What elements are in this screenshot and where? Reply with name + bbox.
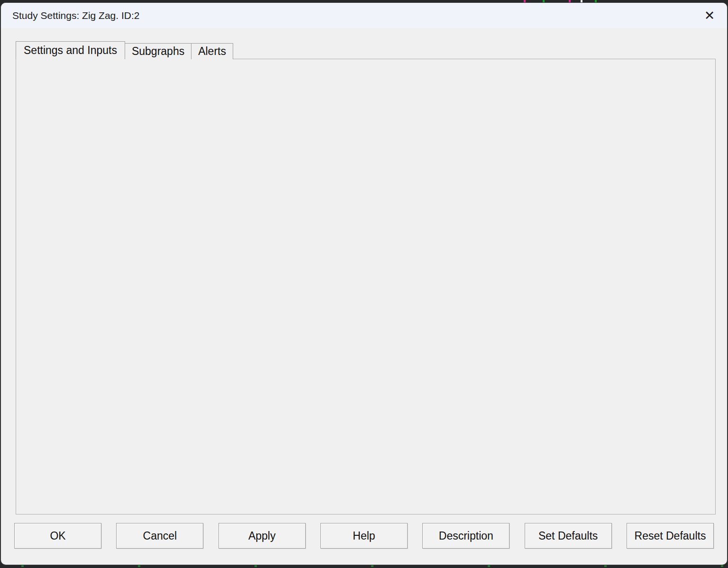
- apply-button[interactable]: Apply: [218, 523, 306, 549]
- tab-alerts[interactable]: Alerts: [191, 43, 233, 59]
- screen: Study Settings: Zig Zag. ID:2 ✕ Settings…: [0, 0, 728, 568]
- tab-bar: Settings and Inputs Subgraphs Alerts: [16, 41, 233, 59]
- dialog-titlebar: Study Settings: Zig Zag. ID:2 ✕: [1, 3, 727, 28]
- background-chart-specks-top: [524, 0, 526, 2]
- cancel-button[interactable]: Cancel: [116, 523, 203, 549]
- tab-settings-and-inputs[interactable]: Settings and Inputs: [16, 41, 125, 59]
- description-button[interactable]: Description: [422, 523, 510, 549]
- dialog-button-row: OK Cancel Apply Help Description Set Def…: [0, 523, 728, 549]
- settings-panel: [16, 59, 716, 514]
- help-button[interactable]: Help: [320, 523, 408, 549]
- tab-subgraphs[interactable]: Subgraphs: [125, 43, 191, 59]
- background-chart-specks-bottom: [21, 565, 24, 567]
- dialog-title: Study Settings: Zig Zag. ID:2: [12, 3, 139, 28]
- reset-defaults-button[interactable]: Reset Defaults: [627, 523, 714, 549]
- set-defaults-button[interactable]: Set Defaults: [525, 523, 612, 549]
- ok-button[interactable]: OK: [14, 523, 101, 549]
- close-icon[interactable]: ✕: [699, 5, 720, 27]
